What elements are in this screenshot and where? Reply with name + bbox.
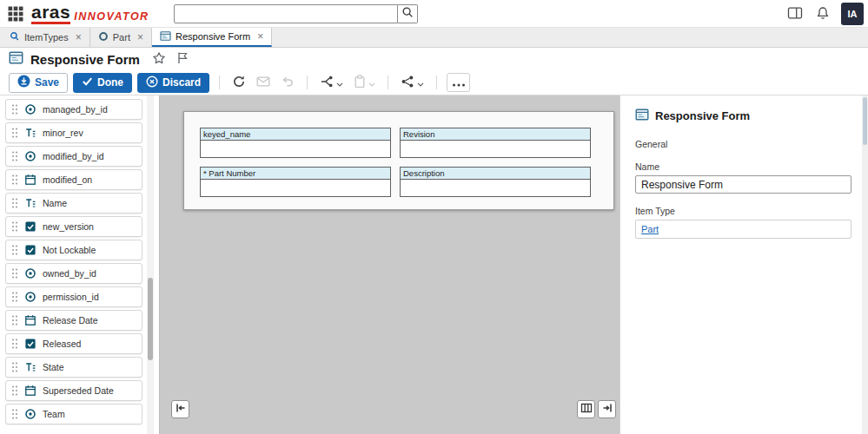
canvas-field-label: Revision [401,128,590,141]
user-avatar[interactable]: IA [841,3,864,25]
field-list-item[interactable]: managed_by_id [5,99,142,120]
drag-handle-icon[interactable] [11,197,18,209]
close-icon[interactable]: × [257,31,263,42]
field-list-item[interactable]: Team [5,404,142,424]
undo-button[interactable] [278,73,297,93]
canvas-field-label: Description [401,168,590,180]
flag-button[interactable] [175,49,190,69]
canvas-form-field[interactable]: Description [400,167,591,197]
done-button[interactable]: Done [73,73,132,93]
app-launcher-icon[interactable] [8,6,23,22]
sidebar-scrollbar[interactable] [147,95,154,434]
tab-itemtypes[interactable]: ItemTypes × [2,28,90,47]
window-scrollbar[interactable] [862,95,868,434]
drag-handle-icon[interactable] [11,385,18,397]
name-input[interactable] [635,175,851,194]
window-scroll-thumb[interactable] [863,97,867,145]
tab-responsive-form[interactable]: Responsive Form × [152,28,272,47]
favorite-button[interactable] [150,49,168,69]
field-list-item[interactable]: minor_rev [5,122,142,143]
global-search [174,4,418,23]
close-icon[interactable]: × [137,32,143,43]
boolean-property-icon [24,244,36,256]
top-header: aras INNOVATOR IA [0,0,868,28]
save-button[interactable]: Save [9,73,68,93]
mail-icon [256,76,270,90]
more-button[interactable] [447,73,470,92]
canvas-field-input[interactable] [201,141,390,157]
drag-handle-icon[interactable] [11,244,18,256]
field-item-label: Released [43,339,81,349]
panel-toggle-button[interactable] [785,4,805,24]
drag-handle-icon[interactable] [11,174,18,186]
drag-handle-icon[interactable] [11,408,18,420]
toolbar-separator [219,76,220,89]
page-prev-button[interactable] [171,400,189,418]
canvas-field-input[interactable] [401,180,590,196]
field-item-label: Not Lockable [43,245,96,255]
item-type-label: Item Type [635,206,863,216]
notifications-button[interactable] [814,4,832,24]
tab-label: Responsive Form [176,31,250,42]
field-list-item[interactable]: new_version [5,216,142,237]
field-item-label: permission_id [43,292,99,302]
drag-handle-icon[interactable] [11,314,18,326]
field-item-label: new_version [43,221,94,232]
clipboard-menu-button[interactable] [351,73,378,93]
drag-handle-icon[interactable] [11,220,18,233]
canvas-field-input[interactable] [401,141,590,157]
canvas-form-field[interactable]: Revision [400,128,591,158]
field-list-item[interactable]: Name [5,193,142,214]
item-type-box: Part [635,220,851,239]
name-label: Name [635,161,863,172]
search-button[interactable] [398,4,418,23]
columns-button[interactable] [577,400,595,418]
field-list-item[interactable]: modified_on [5,169,142,190]
check-icon [82,76,93,89]
field-item-label: Superseded Date [43,385,114,396]
canvas-form-field[interactable]: keyed_name [200,128,391,158]
field-list-item[interactable]: Not Lockable [5,240,142,260]
canvas-field-input[interactable] [201,180,390,196]
field-list-item[interactable]: modified_by_id [5,146,142,167]
properties-panel: Responsive Form General Name Item Type P… [620,95,863,434]
global-search-input[interactable] [174,4,398,23]
item-type-link[interactable]: Part [641,224,659,234]
form-preview-panel: keyed_nameRevision* Part NumberDescripti… [183,111,614,210]
sidebar-scroll-thumb[interactable] [148,278,153,360]
canvas-form-field[interactable]: * Part Number [200,167,391,197]
field-list-item[interactable]: Released [5,333,142,354]
close-icon[interactable]: × [76,32,82,43]
item-property-icon [24,150,36,162]
date-property-icon [24,174,36,186]
panel-title-row: Responsive Form [635,108,863,124]
field-list-item[interactable]: Superseded Date [5,380,142,401]
form-grid: keyed_nameRevision* Part NumberDescripti… [184,112,613,197]
form-canvas: keyed_nameRevision* Part NumberDescripti… [159,95,620,434]
share-icon [401,75,414,91]
drag-handle-icon[interactable] [11,361,18,373]
canvas-field-label: * Part Number [201,168,390,180]
field-list-item[interactable]: State [5,357,142,378]
drag-handle-icon[interactable] [11,150,18,162]
drag-handle-icon[interactable] [11,291,18,303]
boolean-property-icon [24,220,36,233]
mail-button[interactable] [254,74,273,92]
discard-button[interactable]: Discard [137,73,209,93]
field-list-item[interactable]: permission_id [5,286,142,307]
drag-handle-icon[interactable] [11,127,18,139]
drag-handle-icon[interactable] [11,103,18,115]
branch-menu-button[interactable] [317,73,346,93]
boolean-property-icon [24,338,36,350]
tab-part[interactable]: Part × [90,28,152,47]
page-next-button[interactable] [598,400,616,418]
drag-handle-icon[interactable] [11,267,18,279]
field-list-item[interactable]: owned_by_id [5,263,142,284]
share-menu-button[interactable] [398,73,427,93]
field-item-label: Name [43,198,67,208]
tab-label: ItemTypes [24,32,69,43]
drag-handle-icon[interactable] [11,338,18,350]
field-list-item[interactable]: Release Date [5,310,142,331]
refresh-button[interactable] [229,73,248,93]
tab-bar: ItemTypes × Part × Responsive Form × [0,28,868,48]
